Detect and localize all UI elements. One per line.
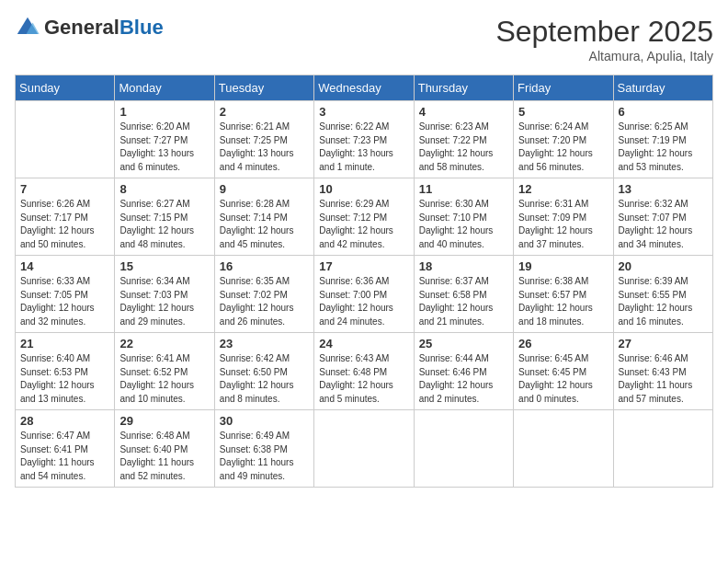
calendar-body: 1Sunrise: 6:20 AM Sunset: 7:27 PM Daylig… xyxy=(16,101,713,488)
day-number: 13 xyxy=(619,182,708,196)
day-info: Sunrise: 6:29 AM Sunset: 7:12 PM Dayligh… xyxy=(319,198,408,251)
calendar-cell: 20Sunrise: 6:39 AM Sunset: 6:55 PM Dayli… xyxy=(613,256,712,333)
day-info: Sunrise: 6:25 AM Sunset: 7:19 PM Dayligh… xyxy=(619,121,708,174)
day-info: Sunrise: 6:49 AM Sunset: 6:38 PM Dayligh… xyxy=(220,430,309,483)
day-info: Sunrise: 6:39 AM Sunset: 6:55 PM Dayligh… xyxy=(619,275,708,328)
logo-icon xyxy=(15,15,40,40)
calendar-week-row: 21Sunrise: 6:40 AM Sunset: 6:53 PM Dayli… xyxy=(16,333,713,410)
day-info: Sunrise: 6:28 AM Sunset: 7:14 PM Dayligh… xyxy=(220,198,309,251)
day-info: Sunrise: 6:46 AM Sunset: 6:43 PM Dayligh… xyxy=(619,352,708,406)
day-number: 27 xyxy=(619,337,708,350)
calendar-cell: 16Sunrise: 6:35 AM Sunset: 7:02 PM Dayli… xyxy=(214,256,313,333)
day-info: Sunrise: 6:42 AM Sunset: 6:50 PM Dayligh… xyxy=(220,352,309,406)
day-info: Sunrise: 6:23 AM Sunset: 7:22 PM Dayligh… xyxy=(419,121,508,174)
calendar-week-row: 7Sunrise: 6:26 AM Sunset: 7:17 PM Daylig… xyxy=(16,178,713,256)
calendar-cell: 7Sunrise: 6:26 AM Sunset: 7:17 PM Daylig… xyxy=(16,178,115,256)
calendar-cell: 23Sunrise: 6:42 AM Sunset: 6:50 PM Dayli… xyxy=(214,333,313,410)
day-number: 7 xyxy=(20,182,109,196)
day-number: 30 xyxy=(220,414,309,428)
calendar-cell: 17Sunrise: 6:36 AM Sunset: 7:00 PM Dayli… xyxy=(314,256,414,333)
day-number: 23 xyxy=(220,337,309,350)
day-number: 28 xyxy=(20,414,109,428)
day-number: 5 xyxy=(518,105,608,119)
day-number: 11 xyxy=(419,182,508,196)
day-info: Sunrise: 6:41 AM Sunset: 6:52 PM Dayligh… xyxy=(119,352,209,406)
day-info: Sunrise: 6:43 AM Sunset: 6:48 PM Dayligh… xyxy=(319,352,408,406)
day-info: Sunrise: 6:22 AM Sunset: 7:23 PM Dayligh… xyxy=(319,121,408,174)
day-info: Sunrise: 6:21 AM Sunset: 7:25 PM Dayligh… xyxy=(220,121,309,174)
calendar-cell: 13Sunrise: 6:32 AM Sunset: 7:07 PM Dayli… xyxy=(613,178,712,256)
calendar-week-row: 14Sunrise: 6:33 AM Sunset: 7:05 PM Dayli… xyxy=(16,256,713,333)
day-number: 9 xyxy=(220,182,309,196)
day-number: 12 xyxy=(518,182,608,196)
logo-text: GeneralBlue xyxy=(44,17,164,38)
day-number: 20 xyxy=(619,259,708,273)
calendar-cell: 18Sunrise: 6:37 AM Sunset: 6:58 PM Dayli… xyxy=(414,256,513,333)
calendar-week-row: 28Sunrise: 6:47 AM Sunset: 6:41 PM Dayli… xyxy=(16,410,713,488)
calendar-cell: 15Sunrise: 6:34 AM Sunset: 7:03 PM Dayli… xyxy=(115,256,214,333)
calendar-cell: 25Sunrise: 6:44 AM Sunset: 6:46 PM Dayli… xyxy=(414,333,513,410)
calendar-cell: 9Sunrise: 6:28 AM Sunset: 7:14 PM Daylig… xyxy=(214,178,313,256)
day-info: Sunrise: 6:34 AM Sunset: 7:03 PM Dayligh… xyxy=(119,275,209,328)
day-of-week-header: Saturday xyxy=(613,75,712,101)
calendar-cell xyxy=(514,410,613,488)
day-of-week-header: Thursday xyxy=(414,75,513,101)
day-info: Sunrise: 6:45 AM Sunset: 6:45 PM Dayligh… xyxy=(518,352,608,406)
calendar-cell: 22Sunrise: 6:41 AM Sunset: 6:52 PM Dayli… xyxy=(115,333,214,410)
day-number: 14 xyxy=(20,259,109,273)
location-subtitle: Altamura, Apulia, Italy xyxy=(495,49,713,63)
day-number: 8 xyxy=(119,182,209,196)
title-block: September 2025 Altamura, Apulia, Italy xyxy=(495,15,713,63)
calendar-cell: 26Sunrise: 6:45 AM Sunset: 6:45 PM Dayli… xyxy=(514,333,613,410)
day-info: Sunrise: 6:24 AM Sunset: 7:20 PM Dayligh… xyxy=(518,121,608,174)
calendar-cell: 11Sunrise: 6:30 AM Sunset: 7:10 PM Dayli… xyxy=(414,178,513,256)
day-info: Sunrise: 6:47 AM Sunset: 6:41 PM Dayligh… xyxy=(20,430,109,483)
calendar-cell xyxy=(314,410,414,488)
day-info: Sunrise: 6:20 AM Sunset: 7:27 PM Dayligh… xyxy=(119,121,209,174)
calendar-cell: 14Sunrise: 6:33 AM Sunset: 7:05 PM Dayli… xyxy=(16,256,115,333)
calendar-cell: 30Sunrise: 6:49 AM Sunset: 6:38 PM Dayli… xyxy=(214,410,313,488)
logo: GeneralBlue xyxy=(15,15,164,40)
day-number: 18 xyxy=(419,259,508,273)
day-number: 17 xyxy=(319,259,408,273)
day-number: 4 xyxy=(419,105,508,119)
day-info: Sunrise: 6:37 AM Sunset: 6:58 PM Dayligh… xyxy=(419,275,508,328)
day-number: 19 xyxy=(518,259,608,273)
day-number: 3 xyxy=(319,105,408,119)
day-info: Sunrise: 6:33 AM Sunset: 7:05 PM Dayligh… xyxy=(20,275,109,328)
day-info: Sunrise: 6:36 AM Sunset: 7:00 PM Dayligh… xyxy=(319,275,408,328)
calendar-cell: 19Sunrise: 6:38 AM Sunset: 6:57 PM Dayli… xyxy=(514,256,613,333)
day-info: Sunrise: 6:30 AM Sunset: 7:10 PM Dayligh… xyxy=(419,198,508,251)
calendar-cell: 1Sunrise: 6:20 AM Sunset: 7:27 PM Daylig… xyxy=(115,101,214,178)
calendar-cell: 12Sunrise: 6:31 AM Sunset: 7:09 PM Dayli… xyxy=(514,178,613,256)
day-number: 16 xyxy=(220,259,309,273)
day-info: Sunrise: 6:27 AM Sunset: 7:15 PM Dayligh… xyxy=(119,198,209,251)
calendar-cell: 2Sunrise: 6:21 AM Sunset: 7:25 PM Daylig… xyxy=(214,101,313,178)
month-title: September 2025 xyxy=(495,15,713,49)
day-info: Sunrise: 6:35 AM Sunset: 7:02 PM Dayligh… xyxy=(220,275,309,328)
day-number: 6 xyxy=(619,105,708,119)
day-number: 26 xyxy=(518,337,608,350)
calendar-cell: 21Sunrise: 6:40 AM Sunset: 6:53 PM Dayli… xyxy=(16,333,115,410)
day-number: 24 xyxy=(319,337,408,350)
calendar-cell xyxy=(613,410,712,488)
calendar-cell: 28Sunrise: 6:47 AM Sunset: 6:41 PM Dayli… xyxy=(16,410,115,488)
calendar-cell xyxy=(414,410,513,488)
day-of-week-header: Wednesday xyxy=(314,75,414,101)
day-number: 2 xyxy=(220,105,309,119)
day-info: Sunrise: 6:44 AM Sunset: 6:46 PM Dayligh… xyxy=(419,352,508,406)
day-info: Sunrise: 6:32 AM Sunset: 7:07 PM Dayligh… xyxy=(619,198,708,251)
day-of-week-header: Monday xyxy=(115,75,214,101)
day-number: 25 xyxy=(419,337,508,350)
day-number: 29 xyxy=(119,414,209,428)
day-number: 21 xyxy=(20,337,109,350)
calendar-cell: 27Sunrise: 6:46 AM Sunset: 6:43 PM Dayli… xyxy=(613,333,712,410)
day-of-week-header: Tuesday xyxy=(214,75,313,101)
calendar-cell: 6Sunrise: 6:25 AM Sunset: 7:19 PM Daylig… xyxy=(613,101,712,178)
day-info: Sunrise: 6:48 AM Sunset: 6:40 PM Dayligh… xyxy=(119,430,209,483)
day-info: Sunrise: 6:26 AM Sunset: 7:17 PM Dayligh… xyxy=(20,198,109,251)
calendar-cell: 8Sunrise: 6:27 AM Sunset: 7:15 PM Daylig… xyxy=(115,178,214,256)
page-header: GeneralBlue September 2025 Altamura, Apu… xyxy=(15,15,713,63)
day-info: Sunrise: 6:31 AM Sunset: 7:09 PM Dayligh… xyxy=(518,198,608,251)
calendar-cell: 24Sunrise: 6:43 AM Sunset: 6:48 PM Dayli… xyxy=(314,333,414,410)
